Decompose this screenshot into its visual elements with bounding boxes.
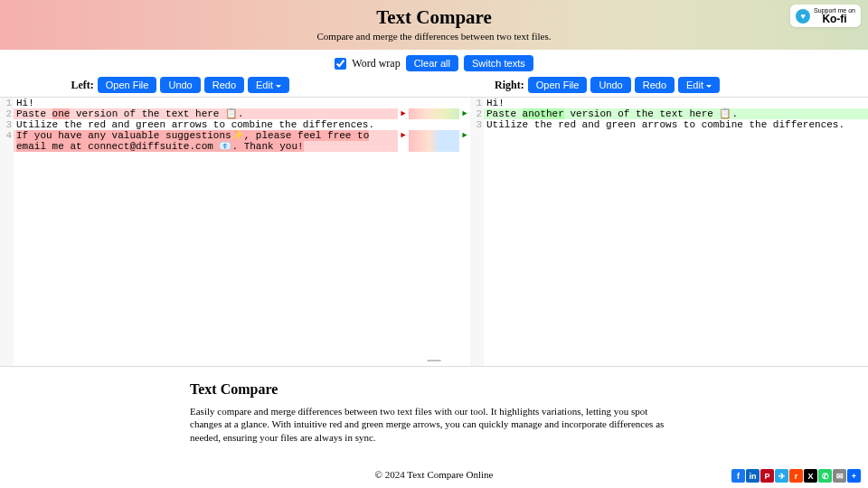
left-pane[interactable]: 1234 Hi! Paste one version of the text h… xyxy=(0,98,409,366)
kofi-brand: Ko-fi xyxy=(814,14,855,24)
right-undo-button[interactable]: Undo xyxy=(590,77,630,93)
article: Text Compare Easily compare and merge di… xyxy=(0,367,868,453)
left-line-3: Utilize the red and green arrows to comb… xyxy=(14,119,398,130)
reddit-share-icon[interactable]: r xyxy=(789,469,803,483)
diff-overview[interactable]: ═══ xyxy=(409,98,459,366)
left-undo-button[interactable]: Undo xyxy=(160,77,200,93)
email-share-icon[interactable]: ✉ xyxy=(833,469,846,483)
right-open-file-button[interactable]: Open File xyxy=(528,77,588,93)
left-diff-word: one xyxy=(52,108,71,119)
merge-right-arrow-icon[interactable]: ► xyxy=(399,130,408,141)
left-line-1: Hi! xyxy=(14,98,398,108)
wordwrap-label: Word wrap xyxy=(352,57,400,70)
article-body: Easily compare and merge differences bet… xyxy=(190,405,678,444)
resize-handle[interactable]: ═══ xyxy=(409,357,459,363)
left-edit-dropdown[interactable]: Edit xyxy=(248,77,289,93)
linkedin-share-icon[interactable]: in xyxy=(746,469,760,483)
merge-left-arrow-icon[interactable]: ► xyxy=(460,130,469,141)
left-open-file-button[interactable]: Open File xyxy=(98,77,157,93)
kofi-icon: ♥ xyxy=(796,9,810,23)
telegram-share-icon[interactable]: ✈ xyxy=(775,469,788,483)
social-bar: finP✈rX✆✉+ xyxy=(731,469,861,483)
panes-header: Left: Open File Undo Redo Edit Right: Op… xyxy=(0,77,868,97)
facebook-share-icon[interactable]: f xyxy=(731,469,745,483)
header: Text Compare Compare and merge the diffe… xyxy=(0,0,868,50)
merge-right-arrow-icon[interactable]: ► xyxy=(399,108,408,119)
right-arrow-strip: ► ► xyxy=(459,98,470,366)
right-line-1: Hi! xyxy=(484,98,868,108)
right-code[interactable]: Hi! Paste another version of the text he… xyxy=(484,98,868,366)
share-share-icon[interactable]: + xyxy=(847,469,861,483)
whatsapp-share-icon[interactable]: ✆ xyxy=(818,469,832,483)
right-gutter: 123 xyxy=(470,98,484,366)
switch-texts-button[interactable]: Switch texts xyxy=(464,55,533,71)
page-subtitle: Compare and merge the differences betwee… xyxy=(0,31,868,42)
right-diff-word: another xyxy=(523,108,564,119)
x-share-icon[interactable]: X xyxy=(804,469,817,483)
article-title: Text Compare xyxy=(190,381,678,398)
diff-area: 1234 Hi! Paste one version of the text h… xyxy=(0,97,868,367)
right-line-3: Utilize the red and green arrows to comb… xyxy=(484,119,868,130)
merge-left-arrow-icon[interactable]: ► xyxy=(460,108,469,119)
page-title: Text Compare xyxy=(0,6,868,29)
clear-all-button[interactable]: Clear all xyxy=(406,55,458,71)
right-pane[interactable]: ► ► 123 Hi! Paste another version of the… xyxy=(459,98,868,366)
pinterest-share-icon[interactable]: P xyxy=(760,469,774,483)
global-controls: Word wrap Clear all Switch texts xyxy=(0,50,868,77)
left-line-2: Paste one version of the text here 📋. xyxy=(14,108,398,119)
left-label: Left: xyxy=(71,79,93,92)
wordwrap-checkbox[interactable] xyxy=(335,58,346,70)
right-redo-button[interactable]: Redo xyxy=(635,77,675,93)
left-arrow-strip: ► ► xyxy=(398,98,409,366)
right-label: Right: xyxy=(495,79,524,92)
left-gutter: 1234 xyxy=(0,98,14,366)
right-edit-dropdown[interactable]: Edit xyxy=(678,77,720,93)
left-redo-button[interactable]: Redo xyxy=(204,77,244,93)
left-line-4: If you have any valuable suggestions✨, p… xyxy=(14,130,398,152)
left-code[interactable]: Hi! Paste one version of the text here 📋… xyxy=(14,98,398,366)
kofi-button[interactable]: ♥ Support me on Ko-fi xyxy=(790,5,861,27)
right-line-2: Paste another version of the text here 📋… xyxy=(484,108,868,119)
